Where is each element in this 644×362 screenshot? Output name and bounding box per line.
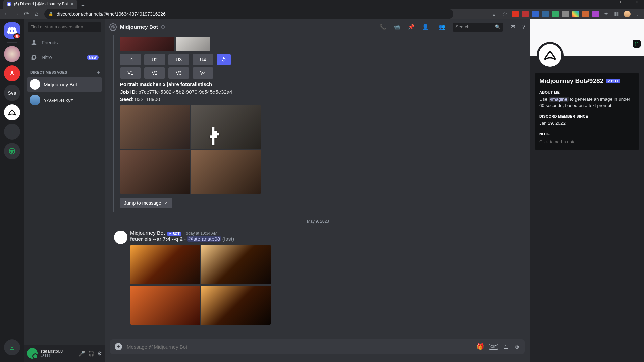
dm-contact-yagpdb[interactable]: YAGPDB.xyz <box>27 93 102 107</box>
hide-profile-icon[interactable]: 👥 <box>439 24 445 30</box>
grid-image[interactable] <box>201 245 271 284</box>
reroll-button[interactable] <box>217 54 231 65</box>
grid-image[interactable] <box>120 105 190 149</box>
grid-image[interactable] <box>191 105 261 149</box>
grid-image[interactable] <box>201 286 271 325</box>
download-apps-button[interactable] <box>4 339 20 355</box>
variation-v4-button[interactable]: V4 <box>193 67 213 79</box>
extension-icon[interactable] <box>582 11 589 17</box>
external-link-icon: ↗ <box>164 200 168 206</box>
upscale-u2-button[interactable]: U2 <box>144 54 165 65</box>
attach-button[interactable]: + <box>115 343 122 350</box>
grid-image[interactable] <box>130 286 200 325</box>
guild-avatar[interactable]: A <box>4 65 20 81</box>
extension-icon[interactable] <box>592 11 599 17</box>
browser-tab[interactable]: ⬤ (6) Discord | @Midjourney Bot ✕ <box>3 0 77 9</box>
about-heading: ABOUT ME <box>539 90 635 94</box>
win-max[interactable]: ☐ <box>614 0 629 5</box>
sticker-icon[interactable]: 🗂 <box>503 343 509 350</box>
forward-icon[interactable]: → <box>13 11 20 17</box>
win-close[interactable]: ✕ <box>629 0 644 5</box>
grid-image[interactable] <box>120 150 190 194</box>
self-avatar[interactable] <box>27 348 38 359</box>
extension-icon[interactable] <box>512 11 519 17</box>
mention-badge: 6 <box>13 33 21 39</box>
date-divider: May 9, 2023 <box>111 218 525 224</box>
profile-avatar-icon[interactable] <box>624 11 631 17</box>
guild-avatar[interactable]: Svs <box>4 85 20 101</box>
message-content: feuer eis --ar 7:4 --q 2 - @stefanstp08 … <box>130 236 525 242</box>
quickswitcher-input[interactable] <box>28 22 101 32</box>
video-call-icon[interactable]: 📹 <box>394 24 400 30</box>
author-avatar[interactable] <box>114 231 127 244</box>
channel-title: Midjourney Bot <box>120 24 158 30</box>
variation-v3-button[interactable]: V3 <box>168 67 189 79</box>
contact-avatar <box>30 95 40 105</box>
presence-dot <box>161 25 165 29</box>
author-name[interactable]: Midjourney Bot <box>130 230 165 236</box>
emoji-picker-icon[interactable]: ☺ <box>514 343 520 350</box>
add-server-button[interactable]: + <box>4 124 20 140</box>
address-bar[interactable]: 🔒 discord.com/channels/@me/1063443749197… <box>44 9 453 19</box>
home-icon[interactable]: ⌂ <box>33 11 40 17</box>
message-scroll[interactable]: U1 U2 U3 U4 V1 V2 V3 V4 Portrait mädchen… <box>105 35 530 339</box>
extension-icon[interactable] <box>542 11 549 17</box>
reply-embed: U1 U2 U3 U4 V1 V2 V3 V4 Portrait mädchen… <box>113 35 525 212</box>
gif-picker-icon[interactable]: GIF <box>489 344 498 350</box>
user-mention[interactable]: @stefanstp08 <box>187 236 221 242</box>
dm-contact-midjourney[interactable]: Midjourney Bot <box>27 77 102 92</box>
bot-badge: BOT <box>167 232 181 236</box>
grid-image[interactable] <box>191 150 261 194</box>
image-grid[interactable] <box>120 105 261 194</box>
user-settings-icon[interactable]: ⚙ <box>97 350 102 357</box>
grid-image[interactable] <box>130 245 200 284</box>
nitro-tab[interactable]: Nitro NEW <box>27 50 102 64</box>
deafen-icon[interactable]: 🎧 <box>88 350 95 357</box>
extensions-puzzle-icon[interactable]: ✦ <box>602 10 610 17</box>
jump-to-message-button[interactable]: Jump to message ↗ <box>120 198 172 208</box>
pinned-messages-icon[interactable]: 📌 <box>408 24 415 30</box>
kebab-menu-icon[interactable]: ⋮ <box>634 10 641 17</box>
message-timestamp: Today at 10:34 AM <box>184 231 217 236</box>
win-min[interactable]: ─ <box>599 0 614 5</box>
add-friends-icon[interactable]: 👤⁺ <box>422 24 431 30</box>
new-tab-button[interactable]: + <box>79 2 87 9</box>
sidepanel-icon[interactable]: ▥ <box>613 10 621 17</box>
note-input[interactable] <box>539 138 635 146</box>
friends-tab[interactable]: Friends <box>27 36 102 50</box>
discord-home-button[interactable]: 6 <box>4 22 20 39</box>
extension-icon[interactable] <box>552 11 559 17</box>
bookmark-star-icon[interactable]: ☆ <box>501 10 508 17</box>
image-thumb[interactable] <box>120 37 174 51</box>
help-icon[interactable]: ? <box>522 24 525 30</box>
guild-midjourney[interactable] <box>4 104 20 120</box>
extension-icon[interactable] <box>532 11 539 17</box>
extension-icon[interactable] <box>572 11 579 17</box>
channel-header: @ Midjourney Bot 📞 📹 📌 👤⁺ 👥 Search 🔍 ✉ ? <box>105 19 530 35</box>
search-input[interactable]: Search 🔍 <box>453 23 503 32</box>
create-dm-button[interactable]: + <box>97 69 100 75</box>
install-app-icon[interactable]: ⤓ <box>490 10 498 17</box>
back-icon[interactable]: ← <box>3 11 10 17</box>
reload-icon[interactable]: ⟳ <box>23 10 30 17</box>
mute-mic-icon[interactable]: 🎤 <box>78 350 85 357</box>
tab-title: (6) Discord | @Midjourney Bot <box>14 2 68 6</box>
upscale-u3-button[interactable]: U3 <box>168 54 189 65</box>
nitro-new-badge: NEW <box>87 55 99 60</box>
voice-call-icon[interactable]: 📞 <box>380 24 386 30</box>
gift-icon[interactable]: 🎁 <box>477 343 484 350</box>
explore-servers-button[interactable] <box>4 143 20 159</box>
tab-close-icon[interactable]: ✕ <box>70 2 74 6</box>
upscale-u1-button[interactable]: U1 <box>120 54 141 65</box>
message-input[interactable] <box>127 344 472 350</box>
image-grid[interactable] <box>130 245 271 325</box>
upscale-u4-button[interactable]: U4 <box>193 54 213 65</box>
variation-v2-button[interactable]: V2 <box>144 67 165 79</box>
guild-avatar[interactable] <box>4 46 20 62</box>
extension-icon[interactable] <box>522 11 529 17</box>
variation-v1-button[interactable]: V1 <box>120 67 141 79</box>
inbox-icon[interactable]: ✉ <box>511 24 515 30</box>
image-thumb[interactable] <box>176 37 210 51</box>
extension-icon[interactable] <box>562 11 569 17</box>
profile-avatar[interactable] <box>537 42 564 69</box>
